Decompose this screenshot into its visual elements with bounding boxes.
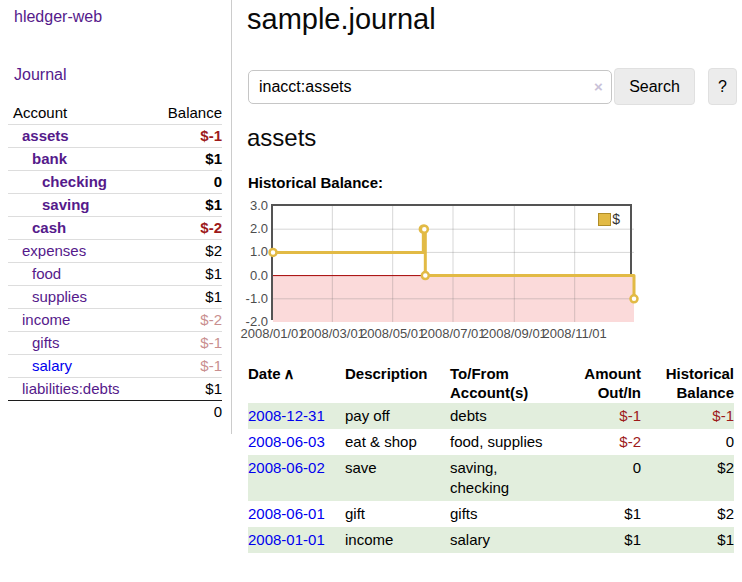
account-balance: $1 — [148, 378, 222, 401]
accounts-header-account: Account — [8, 102, 148, 125]
account-row: salary $-1 — [8, 355, 222, 378]
account-link-income[interactable]: income — [22, 311, 70, 328]
sidebar-divider — [231, 0, 232, 434]
transaction-row: 2008-06-01 gift gifts $1 $2 — [248, 501, 734, 527]
transaction-accounts: debts — [450, 403, 560, 429]
account-balance: $-1 — [148, 125, 222, 148]
transaction-amount: $-1 — [560, 403, 641, 429]
balance-line-chart — [273, 206, 634, 322]
transaction-amount: $-2 — [560, 429, 641, 455]
account-row: expenses $2 — [8, 240, 222, 263]
chart-x-tick-label: 2008/07/01 — [420, 326, 485, 341]
transaction-description: gift — [345, 501, 450, 527]
account-row: assets $-1 — [8, 125, 222, 148]
transaction-description: eat & shop — [345, 429, 450, 455]
account-row: cash $-2 — [8, 217, 222, 240]
register-header-date[interactable]: Date∧ — [248, 363, 345, 403]
chart-title: Historical Balance: — [248, 174, 383, 191]
transaction-amount: $1 — [560, 501, 641, 527]
search-form: × Search ? — [248, 68, 738, 106]
account-balance: $-1 — [148, 355, 222, 378]
clear-search-icon[interactable]: × — [594, 78, 603, 96]
account-balance: $-2 — [148, 217, 222, 240]
transaction-accounts: salary — [450, 527, 560, 553]
accounts-total-value: 0 — [148, 401, 222, 424]
account-link-liabilities-debts[interactable]: liabilities:debts — [22, 380, 120, 397]
account-row: liabilities:debts $1 — [8, 378, 222, 401]
transaction-amount: $1 — [560, 527, 641, 553]
account-link-gifts[interactable]: gifts — [32, 334, 60, 351]
accounts-header-balance: Balance — [148, 102, 222, 125]
transaction-balance: $-1 — [641, 403, 734, 429]
chart-y-tick-label: 1.0 — [228, 244, 268, 260]
chart-x-tick-label: 2008/05/01 — [360, 326, 425, 341]
account-row: checking 0 — [8, 171, 222, 194]
accounts-total-row: 0 — [8, 401, 222, 424]
transaction-date-link[interactable]: 2008-06-02 — [248, 459, 325, 476]
account-balance: $-2 — [148, 309, 222, 332]
chart-plot-area: $ — [271, 204, 632, 320]
account-link-supplies[interactable]: supplies — [32, 288, 87, 305]
account-link-assets[interactable]: assets — [22, 127, 69, 144]
transaction-date-link[interactable]: 2008-06-03 — [248, 433, 325, 450]
chart-y-tick-label: 2.0 — [228, 221, 268, 237]
legend-label: $ — [612, 211, 620, 227]
transaction-accounts: saving, checking — [450, 455, 560, 501]
search-input[interactable] — [248, 70, 612, 104]
accounts-balance-table: Account Balance assets $-1 bank $1 check… — [8, 102, 222, 423]
transaction-balance: $2 — [641, 501, 734, 527]
chart-y-tick-label: 0.0 — [228, 268, 268, 284]
account-link-cash[interactable]: cash — [32, 219, 66, 236]
page-title: sample.journal — [247, 3, 436, 36]
account-balance: 0 — [148, 171, 222, 194]
transaction-date-link[interactable]: 2008-06-01 — [248, 505, 325, 522]
account-balance: $1 — [148, 194, 222, 217]
account-row: gifts $-1 — [8, 332, 222, 355]
register-header-accounts: To/From Account(s) — [450, 363, 560, 403]
transaction-row: 2008-12-31 pay off debts $-1 $-1 — [248, 403, 734, 429]
transaction-description: income — [345, 527, 450, 553]
header-date-label: Date — [248, 365, 281, 382]
chart-legend: $ — [598, 211, 620, 227]
transaction-balance: $1 — [641, 527, 734, 553]
account-link-bank[interactable]: bank — [32, 150, 67, 167]
account-link-salary[interactable]: salary — [32, 357, 72, 374]
chart-x-tick-label: 2008/01/01 — [240, 326, 305, 341]
help-button[interactable]: ? — [708, 68, 737, 105]
transaction-row: 2008-06-03 eat & shop food, supplies $-2… — [248, 429, 734, 455]
app-title-link[interactable]: hledger-web — [14, 8, 102, 26]
transaction-accounts: gifts — [450, 501, 560, 527]
transaction-row: 2008-01-01 income salary $1 $1 — [248, 527, 734, 553]
nav-journal-link[interactable]: Journal — [14, 66, 66, 84]
account-balance: $1 — [148, 286, 222, 309]
account-balance: $-1 — [148, 332, 222, 355]
register-header-row: Date∧ Description To/From Account(s) Amo… — [248, 363, 734, 403]
account-balance: $2 — [148, 240, 222, 263]
account-heading: assets — [247, 124, 316, 152]
register-header-description: Description — [345, 363, 450, 403]
transaction-description: pay off — [345, 403, 450, 429]
transaction-date-link[interactable]: 2008-01-01 — [248, 531, 325, 548]
chart-x-tick-label: 2008/03/01 — [300, 326, 365, 341]
account-balance: $1 — [148, 148, 222, 171]
account-link-saving[interactable]: saving — [42, 196, 90, 213]
account-row: income $-2 — [8, 309, 222, 332]
account-link-expenses[interactable]: expenses — [22, 242, 86, 259]
register-header-amount: Amount Out/In — [560, 363, 641, 403]
account-balance: $1 — [148, 263, 222, 286]
page: { "app": { "title": "hledger-web" }, "co… — [0, 0, 742, 582]
transaction-amount: 0 — [560, 455, 641, 501]
transaction-balance: 0 — [641, 429, 734, 455]
register-table: Date∧ Description To/From Account(s) Amo… — [248, 363, 734, 553]
transaction-row: 2008-06-02 save saving, checking 0 $2 — [248, 455, 734, 501]
transaction-date-link[interactable]: 2008-12-31 — [248, 407, 325, 424]
account-row: food $1 — [8, 263, 222, 286]
transaction-accounts: food, supplies — [450, 429, 560, 455]
transaction-description: save — [345, 455, 450, 501]
register-header-balance: Historical Balance — [641, 363, 734, 403]
legend-swatch-icon — [598, 213, 611, 226]
account-link-checking[interactable]: checking — [42, 173, 107, 190]
account-link-food[interactable]: food — [32, 265, 61, 282]
search-button[interactable]: Search — [614, 68, 695, 105]
accounts-header-row: Account Balance — [8, 102, 222, 125]
